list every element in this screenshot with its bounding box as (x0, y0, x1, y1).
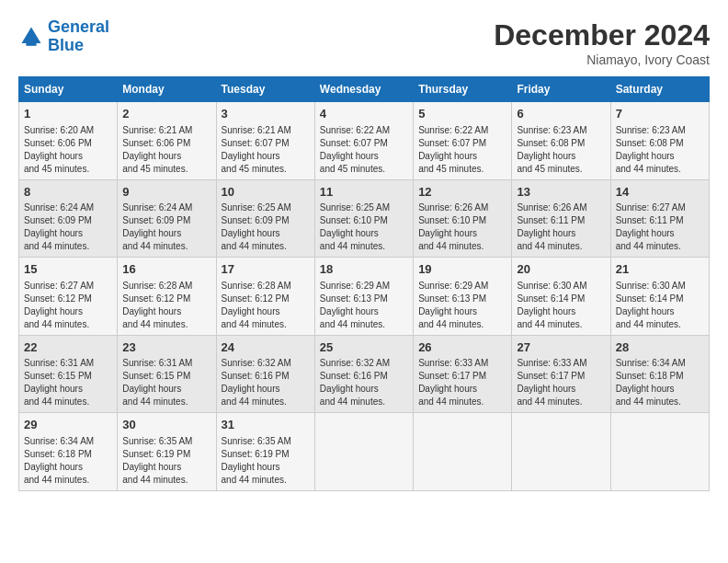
calendar-cell: 15 Sunrise: 6:27 AM Sunset: 6:12 PM Dayl… (19, 258, 118, 336)
title-block: December 2024 Niamayo, Ivory Coast (494, 18, 710, 67)
calendar-cell (414, 413, 512, 491)
weekday-header: Sunday (19, 77, 118, 102)
calendar-cell: 18 Sunrise: 6:29 AM Sunset: 6:13 PM Dayl… (314, 258, 413, 336)
day-number: 17 (222, 261, 310, 278)
calendar-cell (314, 413, 413, 491)
calendar-cell: 26 Sunrise: 6:33 AM Sunset: 6:17 PM Dayl… (414, 335, 512, 413)
day-content: Sunrise: 6:22 AM Sunset: 6:07 PM Dayligh… (418, 124, 506, 176)
day-content: Sunrise: 6:22 AM Sunset: 6:07 PM Dayligh… (320, 124, 408, 176)
calendar-cell: 19 Sunrise: 6:29 AM Sunset: 6:13 PM Dayl… (414, 258, 512, 336)
calendar-cell: 12 Sunrise: 6:26 AM Sunset: 6:10 PM Dayl… (414, 179, 512, 258)
weekday-header: Tuesday (216, 77, 314, 102)
month-title: December 2024 (494, 18, 710, 52)
calendar-cell: 24 Sunrise: 6:32 AM Sunset: 6:16 PM Dayl… (216, 335, 314, 413)
calendar-cell: 22 Sunrise: 6:31 AM Sunset: 6:15 PM Dayl… (19, 335, 118, 413)
day-number: 3 (222, 106, 310, 122)
calendar-cell: 8 Sunrise: 6:24 AM Sunset: 6:09 PM Dayli… (19, 179, 118, 258)
day-content: Sunrise: 6:23 AM Sunset: 6:08 PM Dayligh… (517, 124, 605, 176)
day-content: Sunrise: 6:32 AM Sunset: 6:16 PM Dayligh… (222, 357, 310, 408)
day-number: 31 (222, 417, 310, 433)
calendar-cell: 10 Sunrise: 6:25 AM Sunset: 6:09 PM Dayl… (216, 179, 314, 258)
calendar-cell: 13 Sunrise: 6:26 AM Sunset: 6:11 PM Dayl… (512, 179, 610, 258)
day-content: Sunrise: 6:25 AM Sunset: 6:10 PM Dayligh… (320, 201, 408, 253)
calendar-cell: 20 Sunrise: 6:30 AM Sunset: 6:14 PM Dayl… (512, 258, 610, 336)
svg-marker-0 (22, 27, 41, 43)
calendar-cell: 3 Sunrise: 6:21 AM Sunset: 6:07 PM Dayli… (216, 102, 314, 180)
day-content: Sunrise: 6:33 AM Sunset: 6:17 PM Dayligh… (418, 357, 506, 408)
day-content: Sunrise: 6:25 AM Sunset: 6:09 PM Dayligh… (222, 201, 310, 253)
logo-line1: General (48, 17, 109, 36)
calendar-cell: 27 Sunrise: 6:33 AM Sunset: 6:17 PM Dayl… (512, 335, 610, 413)
day-number: 19 (418, 261, 506, 278)
day-content: Sunrise: 6:35 AM Sunset: 6:19 PM Dayligh… (122, 435, 210, 487)
day-number: 26 (418, 339, 506, 356)
weekday-header: Friday (512, 77, 610, 102)
logo-icon (18, 24, 44, 50)
day-number: 13 (517, 184, 605, 201)
svg-rect-1 (26, 43, 36, 46)
day-number: 5 (418, 106, 506, 122)
calendar-cell: 29 Sunrise: 6:34 AM Sunset: 6:18 PM Dayl… (19, 413, 118, 491)
day-number: 15 (24, 261, 112, 278)
day-content: Sunrise: 6:30 AM Sunset: 6:14 PM Dayligh… (616, 280, 704, 331)
day-number: 18 (320, 261, 408, 278)
logo-line2: Blue (48, 36, 84, 54)
location-subtitle: Niamayo, Ivory Coast (494, 52, 710, 67)
calendar-cell: 31 Sunrise: 6:35 AM Sunset: 6:19 PM Dayl… (216, 413, 314, 491)
calendar-cell: 25 Sunrise: 6:32 AM Sunset: 6:16 PM Dayl… (314, 335, 413, 413)
calendar-cell: 28 Sunrise: 6:34 AM Sunset: 6:18 PM Dayl… (610, 335, 709, 413)
day-content: Sunrise: 6:28 AM Sunset: 6:12 PM Dayligh… (122, 280, 210, 331)
calendar-week-row: 29 Sunrise: 6:34 AM Sunset: 6:18 PM Dayl… (19, 413, 710, 491)
day-content: Sunrise: 6:20 AM Sunset: 6:06 PM Dayligh… (24, 124, 112, 176)
day-number: 20 (517, 261, 605, 278)
day-number: 12 (418, 184, 506, 201)
logo: General Blue (18, 18, 109, 55)
day-content: Sunrise: 6:31 AM Sunset: 6:15 PM Dayligh… (122, 357, 210, 408)
day-content: Sunrise: 6:21 AM Sunset: 6:07 PM Dayligh… (222, 124, 310, 176)
calendar-cell: 5 Sunrise: 6:22 AM Sunset: 6:07 PM Dayli… (414, 102, 512, 180)
calendar-week-row: 15 Sunrise: 6:27 AM Sunset: 6:12 PM Dayl… (19, 258, 710, 336)
weekday-header: Monday (118, 77, 216, 102)
day-number: 28 (616, 339, 704, 356)
day-content: Sunrise: 6:29 AM Sunset: 6:13 PM Dayligh… (418, 280, 506, 331)
day-number: 25 (320, 339, 408, 356)
day-content: Sunrise: 6:24 AM Sunset: 6:09 PM Dayligh… (24, 201, 112, 253)
calendar-week-row: 22 Sunrise: 6:31 AM Sunset: 6:15 PM Dayl… (19, 335, 710, 413)
calendar-cell: 21 Sunrise: 6:30 AM Sunset: 6:14 PM Dayl… (610, 258, 709, 336)
calendar-cell: 4 Sunrise: 6:22 AM Sunset: 6:07 PM Dayli… (314, 102, 413, 180)
day-content: Sunrise: 6:34 AM Sunset: 6:18 PM Dayligh… (24, 435, 112, 487)
day-number: 29 (24, 417, 112, 433)
day-content: Sunrise: 6:28 AM Sunset: 6:12 PM Dayligh… (222, 280, 310, 331)
day-number: 24 (222, 339, 310, 356)
day-content: Sunrise: 6:34 AM Sunset: 6:18 PM Dayligh… (616, 357, 704, 408)
day-number: 6 (517, 106, 605, 122)
calendar-cell: 7 Sunrise: 6:23 AM Sunset: 6:08 PM Dayli… (610, 102, 709, 180)
calendar-table: SundayMondayTuesdayWednesdayThursdayFrid… (18, 76, 710, 491)
calendar-cell: 17 Sunrise: 6:28 AM Sunset: 6:12 PM Dayl… (216, 258, 314, 336)
day-content: Sunrise: 6:30 AM Sunset: 6:14 PM Dayligh… (517, 280, 605, 331)
day-number: 2 (122, 106, 210, 122)
calendar-cell: 6 Sunrise: 6:23 AM Sunset: 6:08 PM Dayli… (512, 102, 610, 180)
day-content: Sunrise: 6:33 AM Sunset: 6:17 PM Dayligh… (517, 357, 605, 408)
day-content: Sunrise: 6:27 AM Sunset: 6:12 PM Dayligh… (24, 280, 112, 331)
calendar-cell: 9 Sunrise: 6:24 AM Sunset: 6:09 PM Dayli… (118, 179, 216, 258)
day-number: 30 (122, 417, 210, 433)
weekday-header: Saturday (610, 77, 709, 102)
day-number: 23 (122, 339, 210, 356)
day-content: Sunrise: 6:21 AM Sunset: 6:06 PM Dayligh… (122, 124, 210, 176)
calendar-cell (512, 413, 610, 491)
day-content: Sunrise: 6:24 AM Sunset: 6:09 PM Dayligh… (122, 201, 210, 253)
day-content: Sunrise: 6:26 AM Sunset: 6:11 PM Dayligh… (517, 201, 605, 253)
day-number: 21 (616, 261, 704, 278)
calendar-cell: 14 Sunrise: 6:27 AM Sunset: 6:11 PM Dayl… (610, 179, 709, 258)
day-number: 1 (24, 106, 112, 122)
day-number: 8 (24, 184, 112, 201)
day-number: 14 (616, 184, 704, 201)
day-content: Sunrise: 6:32 AM Sunset: 6:16 PM Dayligh… (320, 357, 408, 408)
calendar-cell (610, 413, 709, 491)
calendar-cell: 30 Sunrise: 6:35 AM Sunset: 6:19 PM Dayl… (118, 413, 216, 491)
calendar-cell: 16 Sunrise: 6:28 AM Sunset: 6:12 PM Dayl… (118, 258, 216, 336)
calendar-cell: 2 Sunrise: 6:21 AM Sunset: 6:06 PM Dayli… (118, 102, 216, 180)
weekday-header: Thursday (414, 77, 512, 102)
day-number: 16 (122, 261, 210, 278)
